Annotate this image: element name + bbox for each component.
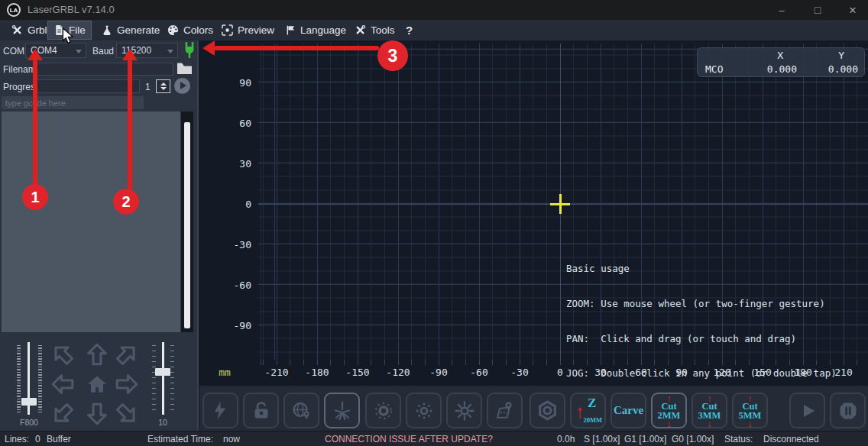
arrow-down-icon: ↓	[666, 420, 672, 427]
jog-down-right-button[interactable]	[112, 399, 142, 429]
window-title: LaserGRBL v7.14.0	[28, 4, 115, 15]
material-db-button[interactable]	[530, 393, 565, 428]
arrow-up-left-icon	[44, 336, 81, 373]
connection-issue-link[interactable]: CONNECTION ISSUE AFTER UPDATE?	[325, 434, 493, 444]
custom-button-cut-2mm[interactable]: ↑ Cut 2MM ↓	[651, 393, 687, 428]
passes-value: 1	[145, 82, 151, 92]
status-bar: Lines: 0 Buffer Estimated Time: now CONN…	[0, 431, 868, 446]
laser-power-low-button[interactable]	[406, 393, 442, 428]
hours-counter: 0.0h	[557, 434, 575, 444]
origin-crosshair-icon	[559, 194, 562, 214]
jog-home-button[interactable]	[82, 369, 112, 399]
run-program-button[interactable]	[174, 78, 190, 94]
passes-stepper[interactable]	[156, 79, 170, 93]
y-tick: -90	[206, 320, 251, 331]
pause-icon	[837, 400, 859, 422]
y-tick: 60	[206, 118, 251, 129]
grbl-tools-icon	[11, 24, 23, 36]
menu-help[interactable]: ?	[400, 21, 418, 39]
g1-override[interactable]: G1 [1.00x]	[624, 434, 666, 444]
workspace-canvas[interactable]: 90 60 30 0 -30 -60 -90 mm -210 -180 -150…	[199, 40, 868, 386]
chevron-down-icon	[167, 50, 173, 53]
menu-preview[interactable]: Preview	[216, 21, 280, 39]
jog-up-left-button[interactable]	[47, 339, 78, 370]
menu-help-label: ?	[406, 24, 413, 37]
menu-colors[interactable]: Colors	[162, 21, 219, 39]
menu-colors-label: Colors	[183, 24, 213, 36]
hex-nut-icon	[536, 399, 559, 422]
plug-icon	[182, 42, 197, 58]
panel-divider[interactable]	[197, 40, 199, 431]
palette-icon	[167, 24, 179, 36]
z-button-label: Z	[588, 396, 596, 411]
gcode-log-area[interactable]	[2, 112, 180, 332]
carve-button-label: Carve	[614, 404, 643, 417]
arrow-down-icon: ↓	[747, 420, 753, 427]
custom-button-cut-5mm[interactable]: ↑ Cut 5MM ↓	[732, 393, 768, 428]
arrow-down-left-icon	[44, 396, 81, 432]
annotation-arrowhead-2	[122, 49, 138, 60]
gcode-command-input[interactable]	[2, 96, 144, 109]
x-tick: 0	[557, 367, 563, 378]
buffer-label: Buffer	[47, 434, 71, 444]
pause-button[interactable]	[830, 393, 866, 428]
menu-tools[interactable]: Tools	[349, 21, 400, 39]
tools-icon	[355, 24, 366, 36]
menu-generate-label: Generate	[117, 24, 160, 36]
custom-button-carve[interactable]: Carve	[611, 393, 646, 428]
menu-grbl-label: Grbl	[28, 24, 47, 36]
menu-generate[interactable]: Generate	[96, 21, 165, 39]
trace-border-button[interactable]	[487, 393, 523, 428]
globe-pin-icon	[291, 400, 313, 422]
lines-label: Lines:	[5, 434, 29, 444]
close-button[interactable]: ✕	[837, 0, 868, 20]
feed-slider-label: F800	[14, 418, 44, 427]
bottom-toolbar: ↑ Z 20MM Carve ↑ Cut 2MM ↓ ↑ Cut 3MM ↓ ↑…	[199, 386, 868, 431]
step-slider-track[interactable]	[162, 342, 164, 415]
homing-button[interactable]	[283, 393, 319, 428]
menu-language[interactable]: Language	[280, 21, 351, 39]
maximize-button[interactable]: □	[802, 0, 833, 20]
z-button-sub: 20MM	[583, 416, 602, 424]
x-tick: -60	[470, 367, 487, 378]
stepper-down-icon[interactable]	[160, 87, 167, 90]
log-scrollbar[interactable]	[181, 112, 193, 332]
g0-override[interactable]: G0 [1.00x]	[672, 434, 714, 444]
status-value: Disconnected	[763, 434, 819, 444]
stepper-up-icon[interactable]	[160, 82, 167, 86]
x-tick: -120	[386, 367, 410, 378]
log-scrollbar-thumb[interactable]	[184, 122, 190, 328]
laser-power-high-button[interactable]	[446, 393, 482, 428]
jog-up-right-button[interactable]	[112, 339, 142, 370]
menu-grbl[interactable]: Grbl	[6, 21, 53, 39]
minimize-button[interactable]: –	[766, 0, 797, 20]
arrow-down-right-icon	[108, 396, 145, 432]
custom-button-cut-3mm[interactable]: ↑ Cut 3MM ↓	[691, 393, 727, 428]
map-pin-icon	[494, 400, 516, 422]
custom-button-z-up[interactable]: ↑ Z 20MM	[570, 393, 606, 428]
focus-laser-button[interactable]	[324, 393, 360, 428]
preview-icon	[222, 24, 233, 36]
axis-unit-label: mm	[219, 367, 231, 378]
dro-row-label: MCO	[698, 63, 737, 75]
open-file-button[interactable]	[177, 62, 193, 76]
lines-value: 0	[35, 434, 40, 444]
y-tick: 30	[206, 158, 251, 170]
dro-y-value: 0.000	[802, 63, 863, 75]
filename-input[interactable]	[34, 63, 173, 76]
y-tick: -60	[206, 280, 251, 291]
connect-button[interactable]	[182, 42, 197, 58]
step-slider-ticks-right	[170, 345, 174, 412]
usage-help-text: Basic usage ZOOM: Use mouse wheel (or tw…	[566, 240, 837, 386]
s-override[interactable]: S [1.00x]	[584, 434, 620, 444]
start-button[interactable]	[789, 393, 825, 428]
blink-laser-button[interactable]	[365, 393, 401, 428]
annotation-step-1: 1	[22, 184, 48, 210]
step-slider-thumb[interactable]	[155, 368, 170, 376]
jog-down-left-button[interactable]	[47, 399, 78, 429]
feed-slider-thumb[interactable]	[21, 398, 37, 406]
reset-grbl-button[interactable]	[202, 393, 238, 428]
unlock-grbl-button[interactable]	[243, 393, 279, 428]
dro-y-header: Y	[802, 50, 863, 61]
menu-bar: Grbl File Generate Colors	[0, 20, 868, 40]
